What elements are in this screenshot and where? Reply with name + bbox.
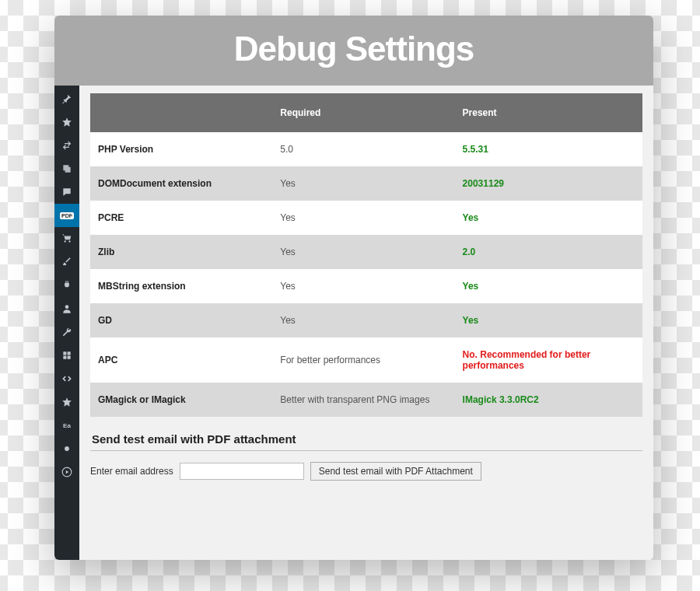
table-row: PCREYesYes bbox=[90, 201, 642, 235]
misc-icon[interactable] bbox=[54, 437, 79, 460]
email-section-heading: Send test email with PDF attachment bbox=[90, 428, 642, 451]
req-present: 2.0 bbox=[455, 235, 642, 269]
req-name: GMagick or IMagick bbox=[90, 383, 272, 417]
req-name: APC bbox=[90, 337, 272, 383]
req-name: MBString extension bbox=[90, 269, 272, 303]
req-name: Zlib bbox=[90, 235, 272, 269]
req-present: Yes bbox=[455, 201, 642, 235]
email-input[interactable] bbox=[180, 463, 304, 480]
req-required: Yes bbox=[272, 303, 454, 337]
pdf-icon[interactable]: PDF bbox=[54, 204, 79, 227]
req-required: Better with transparent PNG images bbox=[272, 383, 454, 417]
req-required: Yes bbox=[272, 166, 454, 201]
page-title: Debug Settings bbox=[54, 16, 653, 86]
req-present: IMagick 3.3.0RC2 bbox=[455, 383, 642, 417]
play-icon[interactable] bbox=[54, 460, 79, 484]
app-window: Debug Settings PDF bbox=[54, 16, 653, 560]
email-input-label: Enter email address bbox=[90, 466, 173, 477]
wrench-icon[interactable] bbox=[54, 320, 79, 344]
code-icon[interactable] bbox=[54, 367, 79, 390]
user-icon[interactable] bbox=[54, 297, 79, 320]
req-present: Yes bbox=[455, 303, 642, 337]
req-name: DOMDocument extension bbox=[90, 166, 272, 201]
req-present: 5.5.31 bbox=[455, 132, 642, 166]
req-required: For better performances bbox=[272, 337, 454, 383]
brush-icon[interactable] bbox=[54, 250, 79, 274]
svg-point-0 bbox=[65, 446, 69, 451]
col-present: Present bbox=[455, 93, 642, 132]
table-row: APCFor better performancesNo. Recommende… bbox=[90, 337, 642, 383]
req-required: Yes bbox=[272, 201, 454, 235]
req-present: Yes bbox=[455, 269, 642, 303]
switch-icon[interactable] bbox=[54, 134, 79, 157]
grid-icon[interactable] bbox=[54, 344, 79, 367]
requirements-table: Required Present PHP Version5.05.5.31DOM… bbox=[90, 93, 642, 417]
send-test-email-button[interactable]: Send test email with PDF Attachment bbox=[310, 462, 481, 481]
app-body: PDF bbox=[54, 86, 653, 560]
table-row: MBString extensionYesYes bbox=[90, 269, 642, 303]
col-required: Required bbox=[272, 93, 454, 132]
req-required: 5.0 bbox=[272, 132, 454, 166]
pin-icon[interactable] bbox=[54, 87, 79, 110]
table-row: GMagick or IMagickBetter with transparen… bbox=[90, 383, 642, 417]
comment-icon[interactable] bbox=[54, 180, 79, 204]
req-present: No. Recommended for better performances bbox=[455, 337, 642, 383]
ea-icon[interactable]: Ea bbox=[54, 414, 79, 437]
main-panel: Required Present PHP Version5.05.5.31DOM… bbox=[79, 86, 653, 560]
admin-sidebar: PDF bbox=[54, 86, 79, 560]
cart-icon[interactable] bbox=[54, 227, 79, 250]
table-row: DOMDocument extensionYes20031129 bbox=[90, 166, 642, 201]
req-present: 20031129 bbox=[455, 166, 642, 201]
table-row: GDYesYes bbox=[90, 303, 642, 337]
col-blank bbox=[90, 93, 272, 132]
email-row: Enter email address Send test email with… bbox=[90, 462, 642, 481]
table-row: PHP Version5.05.5.31 bbox=[90, 132, 642, 166]
stack-icon[interactable] bbox=[54, 157, 79, 180]
star2-icon[interactable] bbox=[54, 390, 79, 414]
table-row: ZlibYes2.0 bbox=[90, 235, 642, 269]
req-name: PHP Version bbox=[90, 132, 272, 166]
req-required: Yes bbox=[272, 235, 454, 269]
plug-icon[interactable] bbox=[54, 274, 79, 297]
req-required: Yes bbox=[272, 269, 454, 303]
star-icon[interactable] bbox=[54, 110, 79, 134]
req-name: GD bbox=[90, 303, 272, 337]
req-name: PCRE bbox=[90, 201, 272, 235]
